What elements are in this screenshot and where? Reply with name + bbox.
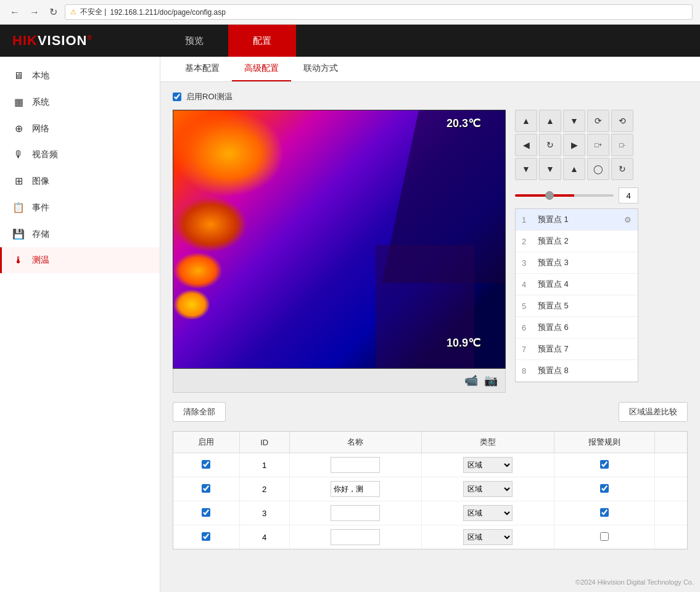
preset-item-3[interactable]: 3 预置点 3 (516, 252, 638, 274)
sub-tab-linkage[interactable]: 联动方式 (291, 57, 350, 81)
logo-area: HIKVISION® (0, 25, 160, 57)
back-button[interactable]: ← (7, 6, 22, 19)
ptz-down[interactable]: ▼ (539, 158, 561, 180)
row3-type-select[interactable]: 区域 点 线 (463, 505, 513, 521)
row2-name (289, 477, 422, 501)
zoom-value-input[interactable]: 4 (619, 187, 638, 204)
reload-button[interactable]: ↻ (47, 5, 60, 19)
nav-tabs: 预览 配置 (160, 25, 296, 57)
image-icon: ⊞ (12, 175, 25, 187)
sub-tab-advanced[interactable]: 高级配置 (232, 57, 291, 81)
sidebar-item-av[interactable]: 🎙 视音频 (0, 142, 160, 168)
tab-config[interactable]: 配置 (228, 25, 296, 57)
ptz-up-left[interactable]: ▲ (515, 110, 537, 132)
row2-alarm-checkbox[interactable] (600, 484, 609, 493)
sidebar-item-event[interactable]: 📋 事件 (0, 194, 160, 221)
sidebar-label-local: 本地 (32, 70, 49, 81)
preset-name-5: 预置点 5 (538, 300, 632, 311)
browser-chrome: ← → ↻ ⚠ 不安全 | 192.168.1.211/doc/page/con… (0, 0, 700, 25)
ptz-down-right[interactable]: ▲ (563, 158, 585, 180)
row4-alarm-checkbox[interactable] (600, 532, 609, 541)
thermal-image: 20.3℃ 10.9℃ (173, 110, 506, 369)
preset-item-7[interactable]: 7 预置点 7 (516, 339, 638, 360)
ptz-up-right[interactable]: ▼ (563, 110, 585, 132)
preset-gear-1[interactable]: ⚙ (624, 215, 632, 224)
row1-alarm-checkbox[interactable] (600, 460, 609, 469)
sidebar-item-network[interactable]: ⊕ 网络 (0, 115, 160, 142)
clear-all-button[interactable]: 清除全部 (173, 402, 226, 422)
row3-name-input[interactable] (331, 505, 380, 521)
sidebar-label-event: 事件 (32, 202, 49, 213)
preset-item-4[interactable]: 4 预置点 4 (516, 274, 638, 295)
row4-type-select[interactable]: 区域 点 线 (463, 529, 513, 545)
roi-enable-checkbox[interactable] (173, 92, 181, 101)
ptz-iris-close[interactable]: ↻ (611, 158, 633, 180)
preset-item-1[interactable]: 1 预置点 1 ⚙ (516, 209, 638, 231)
row1-type-select[interactable]: 区域 点 线 (463, 457, 513, 473)
row4-name-input[interactable] (331, 529, 380, 545)
row4-extra (655, 525, 687, 549)
compare-button[interactable]: 区域温差比较 (619, 402, 688, 422)
heat-blob-2 (173, 197, 247, 252)
col-header-alarm: 报警规则 (554, 432, 655, 453)
ptz-iris-open[interactable]: ◯ (587, 158, 609, 180)
storage-icon: 💾 (12, 228, 25, 240)
preset-name-3: 预置点 3 (538, 257, 632, 268)
sidebar-item-storage[interactable]: 💾 存储 (0, 221, 160, 247)
row3-enable-checkbox[interactable] (202, 508, 210, 517)
camera-controls-row: 20.3℃ 10.9℃ 📹 📷 ▲ ▲ ▼ ⟳ ⟲ (173, 110, 688, 393)
ptz-grid: ▲ ▲ ▼ ⟳ ⟲ ◀ ↻ ▶ □+ □- ▼ ▼ ▲ ◯ ↻ (515, 110, 638, 180)
row4-name (289, 525, 422, 549)
sidebar-item-system[interactable]: ▦ 系统 (0, 89, 160, 115)
sidebar-item-temp[interactable]: 🌡 测温 (0, 247, 160, 273)
ptz-zoom-in[interactable]: ⟳ (587, 110, 609, 132)
main-container: 🖥 本地 ▦ 系统 ⊕ 网络 🎙 视音频 ⊞ 图像 📋 事件 💾 存储 🌡 (0, 57, 700, 592)
preset-num-1: 1 (522, 215, 532, 224)
table-header-row: 启用 ID 名称 类型 报警规则 (173, 432, 687, 453)
row1-enable-checkbox[interactable] (202, 460, 210, 469)
ptz-focus-near[interactable]: □+ (587, 134, 609, 156)
row3-alarm-checkbox[interactable] (600, 508, 609, 517)
local-icon: 🖥 (12, 70, 25, 81)
heat-blob-3 (173, 252, 223, 289)
zoom-row: 4 (515, 187, 638, 204)
address-bar[interactable]: ⚠ 不安全 | 192.168.1.211/doc/page/config.as… (65, 4, 693, 20)
preset-item-8[interactable]: 8 预置点 8 (516, 360, 638, 382)
preset-item-2[interactable]: 2 预置点 2 (516, 231, 638, 252)
snapshot-video-button[interactable]: 📹 (464, 374, 478, 387)
preset-item-6[interactable]: 6 预置点 6 (516, 317, 638, 339)
row4-enable-checkbox[interactable] (202, 532, 210, 541)
data-table-container: 启用 ID 名称 类型 报警规则 1 (173, 431, 688, 549)
ptz-right[interactable]: ▶ (563, 134, 585, 156)
row3-name (289, 501, 422, 525)
roi-enable-row: 启用ROI测温 (173, 91, 688, 102)
temp-max: 20.3℃ (447, 117, 480, 130)
tab-preview[interactable]: 预览 (160, 25, 228, 57)
ptz-up[interactable]: ▲ (539, 110, 561, 132)
sidebar-item-image[interactable]: ⊞ 图像 (0, 168, 160, 194)
preset-name-2: 预置点 2 (538, 236, 632, 247)
preset-item-5[interactable]: 5 预置点 5 (516, 295, 638, 317)
forward-button[interactable]: → (27, 6, 42, 19)
row2-enable-checkbox[interactable] (202, 484, 210, 493)
av-icon: 🎙 (12, 149, 25, 160)
ptz-auto[interactable]: ↻ (539, 134, 561, 156)
sidebar: 🖥 本地 ▦ 系统 ⊕ 网络 🎙 视音频 ⊞ 图像 📋 事件 💾 存储 🌡 (0, 57, 160, 592)
roi-enable-label: 启用ROI测温 (186, 91, 233, 102)
snapshot-photo-button[interactable]: 📷 (484, 374, 498, 387)
row2-type-select[interactable]: 区域 点 线 (463, 481, 513, 497)
zoom-slider[interactable] (515, 194, 614, 197)
sub-tabs: 基本配置 高级配置 联动方式 (160, 57, 700, 82)
temp-min: 10.9℃ (447, 336, 480, 350)
sidebar-item-local[interactable]: 🖥 本地 (0, 63, 160, 89)
row1-name-input[interactable] (331, 457, 380, 473)
sub-tab-basic[interactable]: 基本配置 (173, 57, 232, 81)
ptz-left[interactable]: ◀ (515, 134, 537, 156)
ptz-down-left[interactable]: ▼ (515, 158, 537, 180)
ptz-zoom-out[interactable]: ⟲ (611, 110, 633, 132)
preset-num-8: 8 (522, 366, 532, 376)
row2-name-input[interactable] (331, 481, 380, 497)
ptz-focus-far[interactable]: □- (611, 134, 633, 156)
row3-id: 3 (239, 501, 289, 525)
ptz-panel: ▲ ▲ ▼ ⟳ ⟲ ◀ ↻ ▶ □+ □- ▼ ▼ ▲ ◯ ↻ (515, 110, 638, 393)
